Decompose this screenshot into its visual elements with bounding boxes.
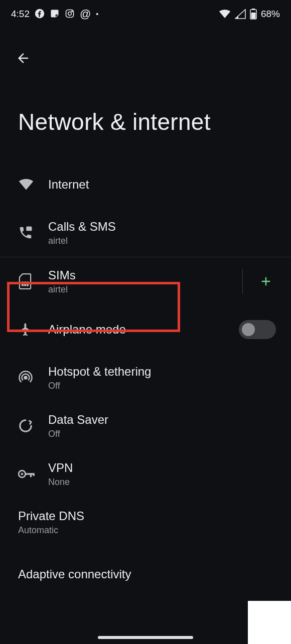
- note-icon: [50, 9, 60, 20]
- item-subtitle: None: [48, 477, 276, 488]
- wifi-icon: [219, 9, 231, 19]
- settings-item-hotspot[interactable]: Hotspot & tethering Off: [0, 354, 291, 402]
- item-title: Data Saver: [48, 413, 276, 427]
- add-sim-button[interactable]: [256, 271, 276, 291]
- svg-point-8: [22, 282, 23, 283]
- status-right: 68%: [219, 9, 280, 20]
- svg-point-12: [25, 284, 26, 285]
- item-title: Calls & SMS: [48, 220, 276, 234]
- wifi-icon: [18, 178, 48, 191]
- svg-rect-18: [30, 473, 32, 477]
- item-title: Internet: [48, 178, 276, 192]
- battery-percent: 68%: [261, 9, 280, 20]
- arrow-left-icon: [16, 51, 31, 66]
- status-bar: 4:52 @ • 68%: [0, 0, 291, 28]
- svg-rect-19: [33, 473, 34, 476]
- settings-item-airplane[interactable]: Airplane mode: [0, 305, 291, 354]
- svg-point-14: [25, 377, 27, 379]
- status-time: 4:52: [11, 9, 30, 20]
- airplane-toggle[interactable]: [239, 320, 276, 339]
- settings-item-vpn[interactable]: VPN None: [0, 450, 291, 498]
- vpn-key-icon: [18, 468, 48, 479]
- facebook-icon: [35, 9, 45, 20]
- back-button[interactable]: [13, 48, 33, 68]
- page-title: Network & internet: [0, 68, 291, 160]
- settings-item-sims[interactable]: SIMs airtel: [0, 257, 291, 305]
- svg-rect-7: [26, 227, 32, 231]
- status-left: 4:52 @ •: [11, 9, 98, 20]
- item-title: Hotspot & tethering: [48, 365, 276, 379]
- settings-item-adaptive[interactable]: Adaptive connectivity: [0, 546, 291, 594]
- notification-dot-icon: •: [96, 11, 98, 18]
- item-title: Adaptive connectivity: [18, 567, 276, 581]
- hotspot-icon: [18, 370, 48, 385]
- svg-point-2: [68, 12, 72, 15]
- item-subtitle: Off: [48, 381, 276, 391]
- settings-item-internet[interactable]: Internet: [0, 160, 291, 209]
- battery-icon: [250, 9, 257, 20]
- svg-rect-6: [251, 13, 255, 19]
- settings-item-data-saver[interactable]: Data Saver Off: [0, 402, 291, 450]
- sim-icon: [18, 273, 48, 289]
- svg-rect-5: [252, 9, 255, 10]
- plus-icon: [259, 274, 273, 288]
- svg-rect-17: [25, 473, 34, 474]
- settings-item-private-dns[interactable]: Private DNS Automatic: [0, 498, 291, 546]
- item-subtitle: Automatic: [18, 525, 276, 536]
- item-subtitle: Off: [48, 429, 276, 439]
- toggle-knob: [242, 323, 255, 336]
- gesture-bar[interactable]: [98, 636, 193, 639]
- svg-point-13: [27, 284, 28, 285]
- airplane-icon: [18, 322, 48, 337]
- item-title: Private DNS: [18, 509, 276, 523]
- instagram-icon: [65, 9, 75, 20]
- item-title: SIMs: [48, 268, 242, 282]
- at-icon: @: [80, 9, 91, 20]
- svg-point-16: [21, 473, 24, 475]
- item-title: Airplane mode: [48, 323, 239, 337]
- svg-point-3: [72, 11, 73, 12]
- svg-point-10: [27, 282, 28, 283]
- signal-icon: [235, 9, 246, 19]
- item-subtitle: airtel: [48, 284, 242, 295]
- item-title: VPN: [48, 461, 276, 475]
- settings-item-calls-sms[interactable]: Calls & SMS airtel: [0, 209, 291, 257]
- svg-point-11: [22, 284, 23, 285]
- divider: [242, 269, 243, 294]
- overlay-square: [248, 601, 291, 644]
- svg-point-9: [25, 282, 26, 283]
- item-subtitle: airtel: [48, 236, 276, 246]
- phone-sms-icon: [18, 225, 48, 240]
- data-saver-icon: [18, 418, 48, 433]
